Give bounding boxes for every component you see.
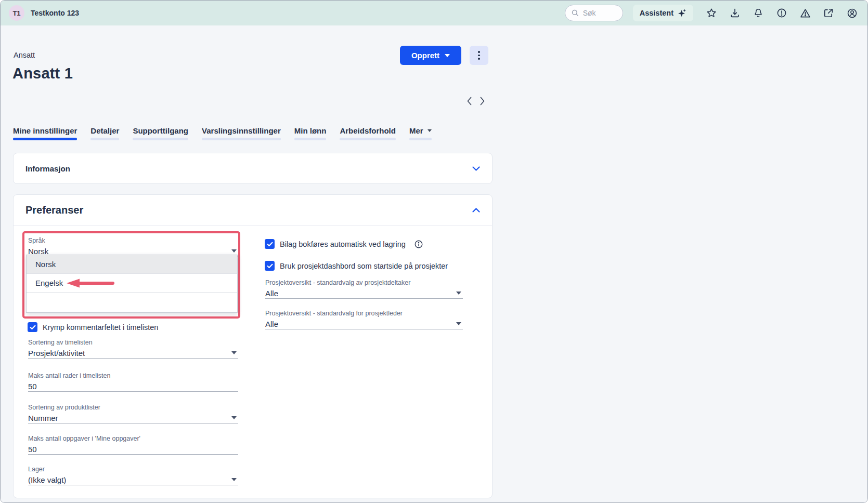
chevron-down-icon <box>231 249 237 253</box>
sparkle-icon <box>678 9 686 18</box>
expand-section-button[interactable] <box>472 166 480 171</box>
chevron-down-icon <box>231 478 237 481</box>
assistant-label: Assistent <box>640 9 673 17</box>
field-value: 50 <box>28 382 37 391</box>
field-value: Alle <box>265 320 278 328</box>
main-content: Ansatt Ansatt 1 Opprett Mine innstilling… <box>1 25 867 503</box>
topbar: T1 Testkonto 123 Assistent <box>1 1 867 25</box>
assistant-button[interactable]: Assistent <box>633 5 693 21</box>
tab-varslingsinnstillinger[interactable]: Varslingsinnstillinger <box>202 126 281 140</box>
record-pager <box>467 97 485 105</box>
tab-mer[interactable]: Mer <box>409 126 432 140</box>
account-name: Testkonto 123 <box>31 9 79 17</box>
checkbox-checked[interactable] <box>265 239 275 249</box>
field-label: Prosjektoversikt - standardvalg for pros… <box>265 310 463 317</box>
project-overview-leader-select[interactable]: Prosjektoversikt - standardvalg for pros… <box>265 310 463 329</box>
create-button[interactable]: Opprett <box>400 46 461 65</box>
field-label: Sortering av produktlister <box>28 404 238 411</box>
field-label: Sortering av timelisten <box>28 339 238 346</box>
external-link-icon <box>823 7 834 19</box>
chevron-down-icon <box>456 292 461 295</box>
checkbox-checked[interactable] <box>265 261 275 271</box>
chevron-down-icon <box>472 166 480 171</box>
section-preferanser: Preferanser Språk Norsk <box>13 194 493 498</box>
collapse-section-button[interactable] <box>472 208 480 213</box>
star-icon <box>706 7 717 19</box>
field-label: Maks antall oppgaver i 'Mine oppgaver' <box>28 435 238 442</box>
field-value: Prosjekt/aktivitet <box>28 349 85 358</box>
project-dashboard-checkbox-row: Bruk prosjektdashbord som startside på p… <box>265 261 448 271</box>
chevron-down-icon <box>427 129 432 132</box>
search-box[interactable] <box>565 5 623 21</box>
downloads-button[interactable] <box>729 7 741 19</box>
account-avatar[interactable]: T1 <box>9 5 24 21</box>
chevron-left-icon <box>467 97 472 105</box>
breadcrumb: Ansatt <box>14 51 35 59</box>
field-label: Lager <box>28 466 238 473</box>
search-input[interactable] <box>583 9 616 17</box>
favorites-button[interactable] <box>705 7 718 19</box>
project-overview-participant-select[interactable]: Prosjektoversikt - standardvalg av prosj… <box>265 279 463 299</box>
tab-supporttilgang[interactable]: Supporttilgang <box>133 126 188 140</box>
field-value: Nummer <box>28 414 58 422</box>
exclamation-circle-icon <box>776 7 787 19</box>
timesheet-sorting-select[interactable]: Sortering av timelisten Prosjekt/aktivit… <box>28 339 238 359</box>
warnings-button[interactable] <box>799 7 811 19</box>
page-actions: Opprett <box>400 46 488 65</box>
field-value: Alle <box>265 289 278 298</box>
open-external-button[interactable] <box>822 7 835 19</box>
chevron-down-icon <box>456 322 461 325</box>
checkbox-label: Bilag bokføres automatisk ved lagring <box>280 240 406 248</box>
field-label: Prosjektoversikt - standardvalg av prosj… <box>265 279 463 286</box>
language-dropdown-list: Norsk Engelsk <box>26 255 238 313</box>
tab-mine-innstillinger[interactable]: Mine innstillinger <box>13 126 77 140</box>
section-body: Språk Norsk Norsk Engelsk <box>14 226 492 498</box>
checkbox-label: Bruk prosjektdashbord som startside på p… <box>280 262 448 270</box>
my-tasks-max-input[interactable]: Maks antall oppgaver i 'Mine oppgaver' 5… <box>28 435 238 455</box>
chevron-down-icon <box>445 54 450 57</box>
notifications-button[interactable] <box>752 7 765 19</box>
tab-min-lonn[interactable]: Min lønn <box>294 126 327 140</box>
field-value: Norsk <box>28 247 48 256</box>
checkbox-checked[interactable] <box>28 322 37 332</box>
section-header[interactable]: Preferanser <box>14 195 492 226</box>
page-title: Ansatt 1 <box>12 65 73 82</box>
status-alerts-button[interactable] <box>775 7 788 19</box>
field-value: (Ikke valgt) <box>28 475 66 484</box>
checkbox-label: Krymp kommentarfeltet i timelisten <box>43 323 158 332</box>
profile-button[interactable] <box>846 7 858 19</box>
timesheet-max-rows-input[interactable]: Maks antall rader i timelisten 50 <box>28 372 238 392</box>
check-icon <box>267 242 273 247</box>
chevron-down-icon <box>231 416 237 419</box>
next-record-button[interactable] <box>480 97 485 105</box>
shrink-comment-checkbox-row: Krymp kommentarfeltet i timelisten <box>28 322 158 332</box>
more-options-button[interactable] <box>470 46 488 65</box>
section-informasjon[interactable]: Informasjon <box>13 153 493 184</box>
language-select[interactable]: Språk Norsk <box>28 237 238 257</box>
language-option-empty <box>27 293 237 312</box>
language-option-norsk[interactable]: Norsk <box>27 255 237 274</box>
tab-detaljer[interactable]: Detaljer <box>90 126 119 140</box>
chevron-down-icon <box>231 351 237 354</box>
kebab-menu-icon <box>478 51 480 53</box>
tab-arbeidsforhold[interactable]: Arbeidsforhold <box>340 126 396 140</box>
language-option-engelsk[interactable]: Engelsk <box>27 274 237 293</box>
account-initials: T1 <box>12 9 20 17</box>
app-window: T1 Testkonto 123 Assistent <box>0 0 868 503</box>
info-circle-icon <box>414 240 423 249</box>
tab-bar: Mine innstillinger Detaljer Supporttilga… <box>13 126 432 140</box>
field-label: Språk <box>28 237 238 244</box>
check-icon <box>30 325 36 330</box>
chevron-right-icon <box>480 97 485 105</box>
field-value: 50 <box>28 445 37 454</box>
product-list-sorting-select[interactable]: Sortering av produktlister Nummer <box>28 404 238 423</box>
info-tooltip-button[interactable] <box>414 240 423 249</box>
auto-post-voucher-checkbox-row: Bilag bokføres automatisk ved lagring <box>265 239 423 249</box>
bell-icon <box>753 7 764 19</box>
download-icon <box>729 7 741 19</box>
warehouse-select[interactable]: Lager (Ikke valgt) <box>28 466 238 485</box>
search-icon <box>571 9 579 17</box>
previous-record-button[interactable] <box>467 97 472 105</box>
chevron-up-icon <box>472 208 480 213</box>
section-title: Informasjon <box>25 164 70 173</box>
